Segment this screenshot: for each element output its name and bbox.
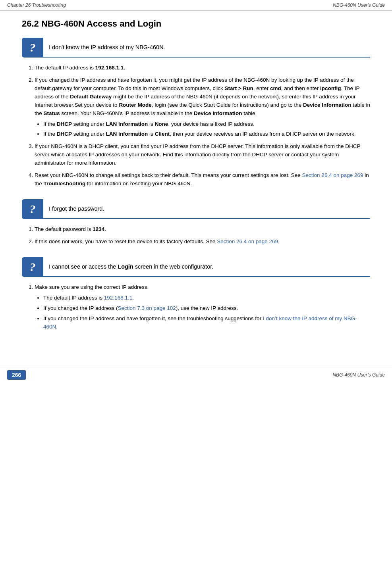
page-content: 26.2 NBG-460N Access and Login ? I don't… bbox=[0, 11, 392, 354]
answer-list-1: The default IP address is 192.168.1.1. I… bbox=[26, 64, 370, 188]
question-icon-2: ? bbox=[22, 199, 43, 219]
footer-guide: NBG-460N User’s Guide bbox=[332, 372, 385, 378]
question-icon-3: ? bbox=[22, 257, 43, 277]
answer-content-2: The default password is 1234. If this do… bbox=[22, 225, 370, 246]
answer-item-1-3: If your NBG-460N is a DHCP client, you c… bbox=[35, 142, 370, 167]
bullet-item-3-1-3: If you changed the IP address and have f… bbox=[43, 315, 370, 331]
page-number: 266 bbox=[7, 370, 26, 380]
question-header-2: ? I forgot the password. bbox=[22, 199, 370, 219]
question-title-bar-2: I forgot the password. bbox=[43, 199, 370, 219]
answer-content-1: The default IP address is 192.168.1.1. I… bbox=[22, 64, 370, 188]
bullet-list-1-2: If the DHCP setting under LAN informatio… bbox=[35, 120, 370, 139]
question-block-1: ? I don't know the IP address of my NBG-… bbox=[22, 38, 370, 188]
question-title-text-1: I don't know the IP address of my NBG-46… bbox=[49, 44, 165, 50]
answer-item-1-4: Reset your NBG-460N to change all settin… bbox=[35, 171, 370, 188]
link-section-26-4-b[interactable]: Section 26.4 on page 269 bbox=[217, 238, 278, 244]
question-header-3: ? I cannot see or access the Login scree… bbox=[22, 257, 370, 277]
page-wrapper: Chapter 26 Troubleshooting NBG-460N User… bbox=[0, 0, 392, 384]
bullet-item-3-1-2: If you changed the IP address (Section 7… bbox=[43, 304, 370, 313]
answer-item-2-2: If this does not work, you have to reset… bbox=[35, 238, 370, 246]
page-footer: 266 NBG-460N User’s Guide bbox=[0, 366, 392, 384]
question-title-text-2: I forgot the password. bbox=[49, 206, 104, 212]
question-block-3: ? I cannot see or access the Login scree… bbox=[22, 257, 370, 331]
answer-content-3: Make sure you are using the correct IP a… bbox=[22, 283, 370, 331]
answer-item-3-1: Make sure you are using the correct IP a… bbox=[35, 283, 370, 331]
answer-list-3: Make sure you are using the correct IP a… bbox=[26, 283, 370, 331]
question-title-bar-1: I don't know the IP address of my NBG-46… bbox=[43, 38, 370, 58]
bullet-item-3-1-1: The default IP address is 192.168.1.1. bbox=[43, 294, 370, 302]
question-icon-1: ? bbox=[22, 38, 43, 58]
link-default-ip[interactable]: 192.168.1.1 bbox=[104, 295, 132, 301]
link-section-7-3[interactable]: Section 7.3 on page 102 bbox=[118, 305, 176, 311]
link-section-26-4-a[interactable]: Section 26.4 on page 269 bbox=[302, 172, 363, 178]
answer-item-1-1: The default IP address is 192.168.1.1. bbox=[35, 64, 370, 72]
answer-item-2-1: The default password is 1234. bbox=[35, 225, 370, 234]
page-header: Chapter 26 Troubleshooting NBG-460N User… bbox=[0, 0, 392, 11]
answer-item-1-2: If you changed the IP address and have f… bbox=[35, 76, 370, 138]
bullet-item-1-2-1: If the DHCP setting under LAN informatio… bbox=[43, 120, 370, 129]
question-title-text-3: I cannot see or access the Login screen … bbox=[49, 263, 213, 270]
question-header-1: ? I don't know the IP address of my NBG-… bbox=[22, 38, 370, 58]
question-block-2: ? I forgot the password. The default pas… bbox=[22, 199, 370, 246]
link-dont-know-ip[interactable]: I don’t know the IP address of my NBG-46… bbox=[43, 315, 357, 330]
bullet-list-3-1: The default IP address is 192.168.1.1. I… bbox=[35, 294, 370, 331]
bullet-item-1-2-2: If the DHCP setting under LAN informatio… bbox=[43, 130, 370, 138]
chapter-title: 26.2 NBG-460N Access and Login bbox=[22, 19, 370, 29]
header-guide: NBG-460N User's Guide bbox=[333, 2, 385, 8]
answer-list-2: The default password is 1234. If this do… bbox=[26, 225, 370, 246]
header-chapter: Chapter 26 Troubleshooting bbox=[7, 2, 66, 8]
question-title-bar-3: I cannot see or access the Login screen … bbox=[43, 257, 370, 277]
